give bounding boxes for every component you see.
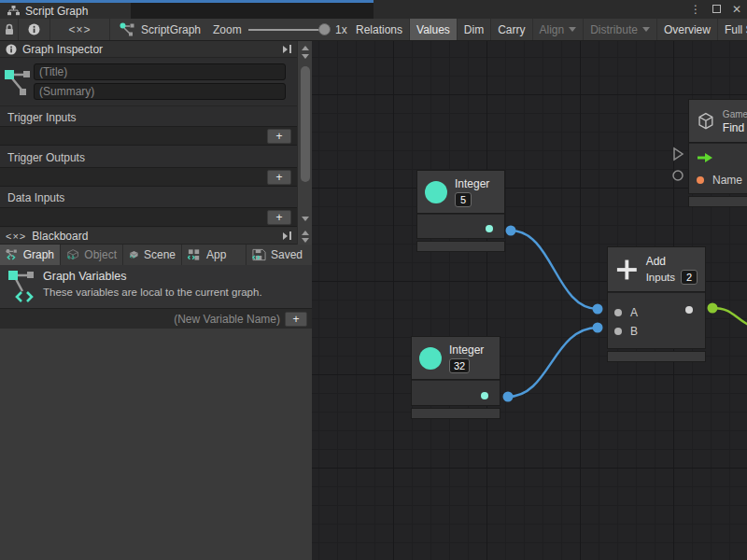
node-title: Find — [723, 121, 744, 134]
graph-inspector-header: Graph Inspector — [0, 41, 297, 58]
scroll-down-icon[interactable] — [302, 54, 309, 59]
graph-name: ScriptGraph — [141, 23, 201, 36]
relations-button[interactable]: Relations — [349, 19, 410, 40]
window-maximize-button[interactable] — [712, 0, 721, 19]
distribute-button[interactable]: Distribute — [584, 19, 657, 40]
window-close-button[interactable]: ✕ — [732, 0, 741, 19]
dock-pin-icon[interactable] — [283, 45, 291, 53]
add-data-input-button[interactable]: + — [267, 210, 291, 225]
scroll-down-icon[interactable] — [302, 238, 309, 243]
visual-scripting-icon: <×> — [68, 23, 91, 36]
trigger-arrow-icon[interactable] — [697, 152, 713, 163]
blackboard-title: Blackboard — [32, 230, 88, 243]
input-port-b[interactable]: B — [614, 325, 638, 338]
overview-button[interactable]: Overview — [657, 19, 718, 40]
node-title: Integer — [455, 177, 489, 190]
tab-graph-variables[interactable]: Graph — [0, 245, 60, 265]
graph-title-input[interactable] — [34, 63, 286, 80]
chevron-down-icon — [569, 27, 576, 32]
tab-saved-variables[interactable]: Saved — [247, 245, 312, 265]
node-integer-32[interactable]: Integer 32 — [412, 337, 500, 418]
wire-endpoint — [503, 392, 514, 402]
trigger-inputs-list: + — [0, 126, 297, 146]
wire-endpoint — [506, 226, 516, 236]
output-port[interactable] — [486, 225, 493, 232]
graph-toolbar: <×> ScriptGraph Zoom 1x Relations Values… — [0, 19, 747, 41]
graph-variables-heading: Graph Variables — [43, 270, 126, 283]
tab-scene-variables[interactable]: Scene — [123, 245, 181, 265]
align-button[interactable]: Align — [533, 19, 585, 40]
graph-variables-icon — [6, 248, 19, 261]
add-trigger-output-button[interactable]: + — [267, 170, 291, 185]
graph-summary-input[interactable] — [34, 83, 286, 100]
graph-variables-description: These variables are local to the current… — [43, 287, 262, 298]
graph-canvas[interactable]: Integer 5 Integer 32 — [312, 41, 747, 560]
script-graph-window: Script Graph ⋮ ✕ <×> ScriptGraph Zoom — [0, 0, 747, 560]
node-footer — [417, 242, 504, 251]
object-variables-icon — [66, 248, 79, 261]
integer-value-field[interactable]: 32 — [449, 358, 470, 373]
window-menu-button[interactable]: ⋮ — [690, 0, 701, 19]
node-footer — [689, 197, 747, 206]
node-type: GameObject — [723, 109, 747, 119]
trigger-outputs-list: + — [0, 167, 297, 187]
node-title: Integer — [449, 343, 484, 357]
info-icon — [6, 44, 17, 55]
dim-button[interactable]: Dim — [458, 19, 491, 40]
zoom-slider-track[interactable] — [248, 29, 327, 31]
fullscreen-button[interactable]: Full Screen — [718, 19, 747, 40]
zoom-slider-handle[interactable] — [318, 23, 331, 35]
add-trigger-input-button[interactable]: + — [267, 129, 291, 144]
tab-app-variables[interactable]: App — [182, 245, 246, 265]
gameobject-cube-icon — [697, 109, 715, 133]
graph-breadcrumb[interactable]: ScriptGraph — [120, 19, 201, 40]
data-inputs-list: + — [0, 207, 297, 227]
node-add[interactable]: Add Inputs 2 A B — [608, 247, 705, 361]
node-integer-5[interactable]: Integer 5 — [417, 171, 504, 251]
output-port[interactable] — [685, 306, 693, 314]
wire-integer32-to-add-b — [508, 328, 598, 397]
scroll-down-icon[interactable] — [302, 217, 309, 221]
scrollbar-thumb[interactable] — [301, 66, 310, 182]
node-footer — [412, 409, 500, 418]
inputs-count-field[interactable]: 2 — [681, 270, 698, 285]
blackboard-scrollbar — [297, 228, 312, 245]
output-port[interactable] — [481, 392, 488, 399]
titlebar-right: ⋮ ✕ — [374, 0, 747, 19]
scene-variables-icon — [129, 248, 139, 261]
add-icon — [615, 258, 639, 282]
integer-value-field[interactable]: 5 — [455, 192, 472, 207]
graph-variables-large-icon — [7, 269, 37, 304]
tab-object-variables[interactable]: Object — [61, 245, 122, 265]
value-port-indicator-icon — [673, 171, 683, 180]
blackboard-toggle-button[interactable]: <×> — [50, 19, 110, 40]
inputs-label: Inputs — [646, 272, 675, 283]
view-mode-buttons: Relations Values Dim Carry Align Distrib… — [349, 19, 747, 40]
scroll-up-icon[interactable] — [302, 231, 309, 235]
lock-button[interactable] — [0, 19, 19, 40]
input-port-a[interactable]: A — [614, 306, 638, 319]
new-variable-input[interactable] — [0, 309, 280, 329]
variables-icon: <×> — [6, 231, 26, 242]
trigger-port-indicator-icon — [674, 148, 683, 160]
node-gameobject-find[interactable]: GameObject Find Name — [689, 100, 747, 206]
values-button[interactable]: Values — [410, 19, 458, 40]
blackboard-header: <×> Blackboard — [0, 228, 297, 245]
tab-script-graph[interactable]: Script Graph — [0, 3, 131, 19]
app-variables-icon — [188, 248, 202, 261]
wire-endpoint — [708, 303, 718, 314]
dock-pin-icon[interactable] — [283, 231, 291, 240]
carry-button[interactable]: Carry — [491, 19, 532, 40]
trigger-inputs-label: Trigger Inputs — [7, 111, 77, 124]
zoom-label: Zoom — [213, 23, 242, 36]
graph-variables-info: Graph Variables These variables are loca… — [0, 265, 312, 308]
saved-variables-icon — [252, 248, 266, 261]
window-titlebar: Script Graph ⋮ ✕ — [0, 0, 747, 19]
wire-endpoint — [593, 323, 603, 333]
wire-add-output — [712, 308, 747, 327]
scroll-up-icon[interactable] — [302, 46, 309, 50]
tab-well: Script Graph — [0, 0, 374, 19]
input-port-name[interactable]: Name — [697, 174, 742, 187]
add-variable-button[interactable]: + — [285, 312, 307, 327]
inspector-toggle-button[interactable] — [19, 19, 50, 40]
